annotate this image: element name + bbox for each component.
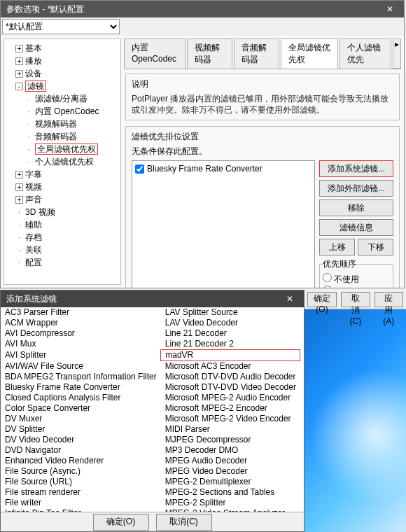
filter-cell[interactable]: MPEG-I Strea [300,307,304,318]
filter-cell[interactable]: LAV Splitter Source [161,307,300,318]
tree-item[interactable]: +字幕 [15,168,119,181]
expand-icon[interactable]: + [15,171,23,178]
filter-cell[interactable]: MPEG-2 Demultiplexer [161,477,300,487]
filter-row[interactable]: AVI DecompressorLine 21 DecoderNull Rend… [1,328,304,339]
filter-cell[interactable]: StreamBuffer [300,414,304,424]
filter-cell[interactable]: MPEG Audio Decoder [161,456,300,466]
tree-item[interactable]: ·内置 OpenCodec [25,105,119,118]
filter-cell[interactable]: StreamBuffer [300,435,304,445]
system-filter-list[interactable]: AC3 Parser FilterLAV Splitter SourceMPEG… [1,307,304,512]
filter-cell[interactable]: Overlay Mixer [300,339,304,350]
filter-row[interactable]: AVI/WAV File SourceMicrosoft AC3 Encoder… [1,361,304,372]
tree-item[interactable]: +基本 [15,42,119,55]
filter-cell[interactable]: SBE2FileScan [300,382,304,393]
filter-cell[interactable]: MPEG-2 Sections and Tables [161,487,300,498]
tree-item[interactable]: +设备 [15,67,119,80]
tree-item[interactable]: ·全局滤镜优先权 [25,143,119,155]
filter-cell[interactable]: File writer [1,498,161,508]
filter-row[interactable]: Bluesky Frame Rate ConverterMicrosoft DT… [1,382,304,393]
priority-radio[interactable] [323,286,332,288]
add-filter-ok-button[interactable]: 确定(O) [93,514,149,531]
filter-cell[interactable]: MP3 Decoder DMO [161,445,300,456]
filter-cell[interactable]: MJPEG Decompressor [161,435,300,445]
filter-item-checkbox[interactable] [135,164,144,174]
filter-row[interactable]: File stream rendererMPEG-2 Sections and … [1,487,304,498]
tree-item[interactable]: ·关联 [15,244,119,256]
filter-item[interactable]: Bluesky Frame Rate Converter [135,164,312,174]
filter-row[interactable]: AC3 Parser FilterLAV Splitter SourceMPEG… [1,307,304,318]
filter-row[interactable]: Color Space ConverterMicrosoft MPEG-2 En… [1,403,304,414]
tree-item[interactable]: ·配置 [15,256,119,269]
add-filter-cancel-button[interactable]: 取消(C) [156,514,212,531]
filter-cell[interactable]: AVI/WAV File Source [1,361,161,372]
tree-item[interactable]: ·辅助 [15,218,119,231]
filter-cell[interactable]: File Source (Async.) [1,466,161,477]
filter-row[interactable]: BDA MPEG2 Transport Information FilterMi… [1,372,304,382]
filter-cell[interactable]: Microsoft DTV-DVD Audio Decoder [161,372,300,382]
filter-cell[interactable]: ACM Wrapper [1,318,161,328]
priority-radio[interactable] [323,273,332,282]
filter-row[interactable]: DVD NavigatorMP3 Decoder DMOVBI Codec [1,445,304,456]
filter-cell[interactable]: DVD Navigator [1,445,161,456]
filter-row[interactable]: DV SplitterMIDI ParserStreamBuffer [1,424,304,435]
filter-cell[interactable]: Microsoft MPEG-2 Video Encoder [161,414,300,424]
close-icon[interactable]: ✕ [281,294,298,304]
filter-cell[interactable]: File Source (URL) [1,477,161,487]
filter-cell[interactable]: VBI Codec [300,445,304,456]
preferences-titlebar[interactable]: 参数选项 - *默认配置 ✕ [1,1,404,18]
expand-icon[interactable]: + [15,196,23,204]
tree-item[interactable]: ·存档 [15,231,119,244]
ok-button[interactable]: 确定(O) [307,292,337,307]
tab[interactable]: 内置 OpenCodec [124,38,186,69]
filter-cell[interactable]: Overlay Mixer [300,350,304,361]
tree-item[interactable]: +声音 [15,193,119,206]
tab[interactable]: 音频解码器 [234,38,279,69]
filter-cell[interactable]: DV Video Decoder [1,435,161,445]
filter-cell[interactable]: AVI Decompressor [1,328,161,339]
tree-item[interactable]: ·个人滤镜优先权 [25,155,119,168]
filter-cell[interactable]: BDA MPEG2 Transport Information Filter [1,372,161,382]
tab[interactable]: 视频解码器 [187,38,232,69]
cancel-button[interactable]: 取消(C) [341,292,370,307]
tab[interactable]: 个人滤镜优先 [340,38,391,69]
profile-select[interactable]: *默认配置 [2,19,120,34]
expand-icon[interactable]: + [15,70,23,78]
filter-row[interactable]: AVI SplittermadVROverlay Mixer [1,350,304,361]
remove-filter-button[interactable]: 移除 [319,200,393,216]
move-up-button[interactable]: 上移 [319,239,355,255]
filter-cell[interactable]: Video Mixing [300,477,304,487]
filter-cell[interactable]: MPEG Video Decoder [161,466,300,477]
filter-cell[interactable]: VBI Surface A [300,456,304,466]
category-tree[interactable]: +基本+播放+设备-滤镜·源滤镜/分离器·内置 OpenCodec·视频解码器·… [4,38,121,285]
tree-item[interactable]: +视频 [15,181,119,193]
tree-item[interactable]: ·源滤镜/分离器 [25,92,119,105]
filter-cell[interactable]: Closed Captions Analysis Filter [1,393,161,403]
filter-cell[interactable]: Line 21 Decoder [161,328,300,339]
priority-radio-option[interactable]: 强制使用 [323,286,390,288]
filter-cell[interactable]: madVR [161,350,300,361]
expand-icon[interactable]: + [15,45,23,52]
expand-icon[interactable]: + [15,57,23,65]
filter-row[interactable]: Enhanced Video RendererMPEG Audio Decode… [1,456,304,466]
filter-row[interactable]: File Source (URL)MPEG-2 DemultiplexerVid… [1,477,304,487]
priority-radio-option[interactable]: 不使用 [323,273,390,286]
add-external-filter-button[interactable]: 添加外部滤镜... [319,180,393,197]
filter-cell[interactable]: Video Port M [300,487,304,498]
filter-cell[interactable]: Smart Tee [300,403,304,414]
filter-cell[interactable]: Null Rendere [300,328,304,339]
filter-cell[interactable]: Microsoft MPEG-2 Encoder [161,403,300,414]
filter-row[interactable]: File writerMPEG-2 SplitterVideo Rende [1,498,304,508]
filter-cell[interactable]: Microsoft MPEG-2 Audio Encoder [161,393,300,403]
tree-item[interactable]: +播放 [15,55,119,67]
add-system-filter-button[interactable]: 添加系统滤镜... [319,160,393,177]
filter-cell[interactable]: SampleGrabb [300,372,304,382]
filter-row[interactable]: AVI MuxLine 21 Decoder 2Overlay Mixer [1,339,304,350]
tree-item[interactable]: ·3D 视频 [15,206,119,218]
filter-cell[interactable]: Color Space Converter [1,403,161,414]
filter-list[interactable]: Bluesky Frame Rate Converter [132,160,315,288]
filter-cell[interactable]: Bluesky Frame Rate Converter [1,382,161,393]
filter-cell[interactable]: Line 21 Decoder 2 [161,339,300,350]
expand-icon[interactable]: - [15,83,23,90]
filter-cell[interactable]: AVI Mux [1,339,161,350]
filter-cell[interactable]: Enhanced Video Renderer [1,456,161,466]
